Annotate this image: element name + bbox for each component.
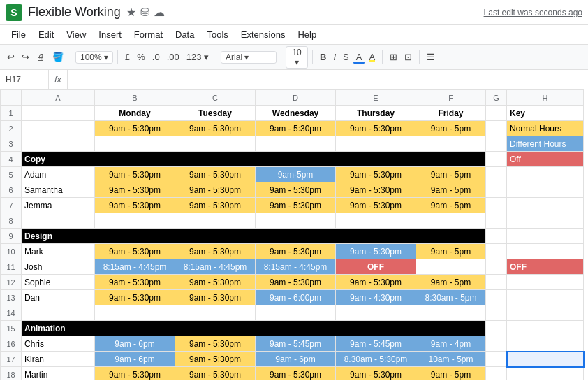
cell-f8[interactable]	[416, 213, 486, 229]
row-num-10[interactable]: 10	[1, 244, 22, 259]
col-header-b[interactable]: B	[95, 90, 175, 106]
cell-e1[interactable]: Thursday	[336, 106, 416, 121]
font-selector[interactable]: Arial ▾	[221, 51, 277, 64]
cell-b1[interactable]: Monday	[95, 106, 175, 121]
cell-b8[interactable]	[95, 213, 175, 229]
row-num-3[interactable]: 3	[1, 136, 22, 152]
row-num-14[interactable]: 14	[1, 305, 22, 321]
cell-a13[interactable]: Dan	[22, 290, 95, 305]
redo-button[interactable]: ↪	[19, 50, 32, 64]
cell-d11[interactable]: 8:15am - 4:45pm	[256, 259, 336, 275]
cell-a8[interactable]	[22, 213, 95, 229]
paint-format-button[interactable]: 🪣	[50, 50, 66, 64]
cell-b17[interactable]: 9am - 6pm	[95, 352, 175, 367]
cell-b16[interactable]: 9am - 6pm	[95, 336, 175, 352]
cell-c14[interactable]	[175, 305, 256, 321]
cell-a3[interactable]	[22, 136, 95, 152]
cell-h18[interactable]	[507, 367, 584, 380]
cell-h10[interactable]	[507, 244, 584, 259]
cell-a11[interactable]: Josh	[22, 259, 95, 275]
cell-g1[interactable]	[486, 106, 507, 121]
menu-format[interactable]: Format	[128, 27, 168, 42]
italic-button[interactable]: I	[330, 50, 339, 64]
cell-f1[interactable]: Friday	[416, 106, 486, 121]
cell-f2[interactable]: 9am - 5pm	[416, 121, 486, 136]
cell-d12[interactable]: 9am - 5:30pm	[256, 275, 336, 290]
cell-f16[interactable]: 9am - 4pm	[416, 336, 486, 352]
cell-h7[interactable]	[507, 198, 584, 213]
cell-e12[interactable]: 9am - 5:30pm	[336, 275, 416, 290]
row-num-13[interactable]: 13	[1, 290, 22, 305]
cloud-icon[interactable]: ☁	[154, 6, 165, 19]
cell-h5[interactable]	[507, 167, 584, 182]
cell-c18[interactable]: 9am - 5:30pm	[175, 367, 256, 380]
col-header-h[interactable]: H	[507, 90, 584, 106]
cell-f10[interactable]: 9am - 5pm	[416, 244, 486, 259]
row-num-6[interactable]: 6	[1, 182, 22, 198]
cell-h15[interactable]	[507, 321, 584, 336]
cell-a10[interactable]: Mark	[22, 244, 95, 259]
cell-b12[interactable]: 9am - 5:30pm	[95, 275, 175, 290]
cell-b13[interactable]: 9am - 5:30pm	[95, 290, 175, 305]
cell-f14[interactable]	[416, 305, 486, 321]
cell-a12[interactable]: Sophie	[22, 275, 95, 290]
cell-b3[interactable]	[95, 136, 175, 152]
spreadsheet[interactable]: A B C D E F G H 1 Monday Tuesday Wednesd…	[0, 89, 588, 380]
cell-g9[interactable]	[486, 229, 507, 244]
cell-e3[interactable]	[336, 136, 416, 152]
cell-g18[interactable]	[486, 367, 507, 380]
last-edit[interactable]: Last edit was seconds ago	[484, 8, 582, 17]
doc-title[interactable]: Flexible Working	[28, 5, 121, 20]
cell-h14[interactable]	[507, 305, 584, 321]
cell-d7[interactable]: 9am - 5:30pm	[256, 198, 336, 213]
text-color-button[interactable]: A	[353, 50, 365, 64]
cell-a15-animation[interactable]: Animation	[22, 321, 486, 336]
cell-e10[interactable]: 9am - 5:30pm	[336, 244, 416, 259]
cell-h9[interactable]	[507, 229, 584, 244]
row-num-16[interactable]: 16	[1, 336, 22, 352]
cell-h1[interactable]: Key	[507, 106, 584, 121]
cell-d17[interactable]: 9am - 6pm	[256, 352, 336, 367]
cell-f17[interactable]: 10am - 5pm	[416, 352, 486, 367]
cell-d10[interactable]: 9am - 5:30pm	[256, 244, 336, 259]
cell-e13[interactable]: 9am - 4:30pm	[336, 290, 416, 305]
row-num-8[interactable]: 8	[1, 213, 22, 229]
cell-f7[interactable]: 9am - 5pm	[416, 198, 486, 213]
cell-e7[interactable]: 9am - 5:30pm	[336, 198, 416, 213]
menu-edit[interactable]: Edit	[33, 27, 59, 42]
row-num-7[interactable]: 7	[1, 198, 22, 213]
cell-a9-design[interactable]: Design	[22, 229, 486, 244]
menu-tools[interactable]: Tools	[201, 27, 233, 42]
format-number-button[interactable]: 123 ▾	[184, 50, 212, 64]
align-button[interactable]: ☰	[424, 50, 438, 64]
bold-button[interactable]: B	[317, 50, 329, 64]
gdrive-icon[interactable]: ⛁	[140, 6, 149, 19]
cell-c7[interactable]: 9am - 5:30pm	[175, 198, 256, 213]
cell-a2[interactable]	[22, 121, 95, 136]
cell-h13[interactable]	[507, 290, 584, 305]
menu-help[interactable]: Help	[292, 27, 322, 42]
borders-button[interactable]: ⊞	[387, 50, 400, 64]
row-num-4[interactable]: 4	[1, 152, 22, 167]
col-header-f[interactable]: F	[416, 90, 486, 106]
cell-h11-off[interactable]: OFF	[507, 259, 584, 275]
cell-d6[interactable]: 9am - 5:30pm	[256, 182, 336, 198]
cell-c1[interactable]: Tuesday	[175, 106, 256, 121]
menu-data[interactable]: Data	[170, 27, 200, 42]
currency-button[interactable]: £	[122, 50, 133, 64]
cell-f12[interactable]: 9am - 5pm	[416, 275, 486, 290]
cell-d13[interactable]: 9am - 6:00pm	[256, 290, 336, 305]
cell-c17[interactable]: 9am - 5:30pm	[175, 352, 256, 367]
col-header-g[interactable]: G	[486, 90, 507, 106]
cell-h8[interactable]	[507, 213, 584, 229]
cell-e8[interactable]	[336, 213, 416, 229]
star-icon[interactable]: ★	[126, 6, 136, 19]
cell-e18[interactable]: 9am - 5:30pm	[336, 367, 416, 380]
cell-g15[interactable]	[486, 321, 507, 336]
cell-g13[interactable]	[486, 290, 507, 305]
row-num-12[interactable]: 12	[1, 275, 22, 290]
row-num-2[interactable]: 2	[1, 121, 22, 136]
cell-a7[interactable]: Jemma	[22, 198, 95, 213]
cell-g12[interactable]	[486, 275, 507, 290]
cell-c10[interactable]: 9am - 5:30pm	[175, 244, 256, 259]
